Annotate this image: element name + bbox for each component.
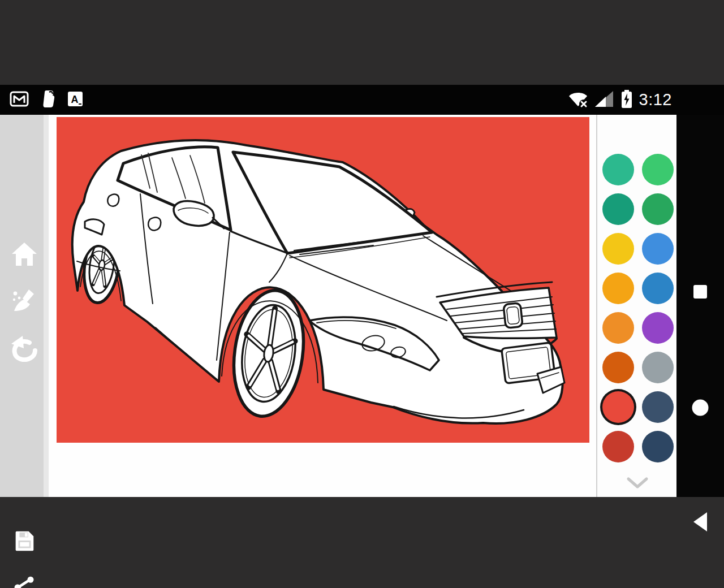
color-swatch[interactable] — [602, 431, 634, 462]
undo-button[interactable] — [8, 332, 41, 365]
color-swatch[interactable] — [642, 431, 674, 462]
broom-icon — [10, 286, 39, 317]
notification-area: A — [0, 89, 84, 111]
tool-sidebar — [0, 115, 49, 497]
color-swatch[interactable] — [602, 233, 634, 265]
color-swatch[interactable] — [642, 391, 674, 423]
undo-icon — [9, 334, 40, 364]
gmail-notification-icon — [9, 90, 29, 110]
home-button[interactable] — [8, 239, 41, 271]
color-swatch[interactable] — [602, 352, 634, 383]
share-button[interactable] — [8, 572, 41, 588]
home-circle-icon — [691, 399, 709, 419]
color-swatch[interactable] — [642, 352, 674, 383]
system-status-area: 3:12 — [567, 89, 724, 111]
recents-button[interactable] — [676, 276, 724, 310]
color-swatch[interactable] — [602, 312, 634, 344]
battery-charging-icon — [618, 89, 635, 111]
letter-a-notification-icon: A — [67, 90, 84, 110]
coloring-canvas[interactable] — [49, 115, 596, 497]
back-button[interactable] — [676, 506, 724, 540]
car-coloring-artwork[interactable] — [57, 117, 589, 443]
clock: 3:12 — [639, 90, 672, 109]
color-swatch[interactable] — [602, 154, 634, 185]
app-screen: A — [0, 0, 724, 588]
save-button[interactable] — [8, 526, 41, 559]
color-swatch[interactable] — [642, 273, 674, 304]
color-swatch[interactable] — [642, 154, 674, 185]
palette-expand-button[interactable] — [625, 477, 650, 490]
color-swatch[interactable] — [602, 273, 634, 304]
wifi-off-icon — [567, 89, 590, 111]
chevron-down-icon — [625, 482, 650, 492]
clean-button[interactable] — [8, 285, 41, 318]
android-nav-bar — [676, 115, 724, 497]
recents-square-icon — [693, 284, 708, 301]
tag-notification-icon — [38, 89, 58, 111]
color-swatch[interactable] — [642, 233, 674, 265]
status-bar: A — [0, 85, 724, 115]
share-icon — [12, 574, 37, 588]
color-palette — [596, 115, 676, 497]
color-swatch-selected[interactable] — [602, 391, 634, 423]
save-icon — [11, 528, 37, 556]
app-body — [0, 115, 724, 497]
color-swatch[interactable] — [642, 193, 674, 225]
cell-signal-icon — [594, 90, 614, 110]
color-swatch[interactable] — [642, 312, 674, 344]
svg-text:A: A — [71, 94, 79, 105]
home-nav-button[interactable] — [676, 392, 724, 426]
back-triangle-icon — [692, 511, 708, 535]
home-icon — [10, 241, 38, 269]
color-swatch[interactable] — [602, 193, 634, 225]
